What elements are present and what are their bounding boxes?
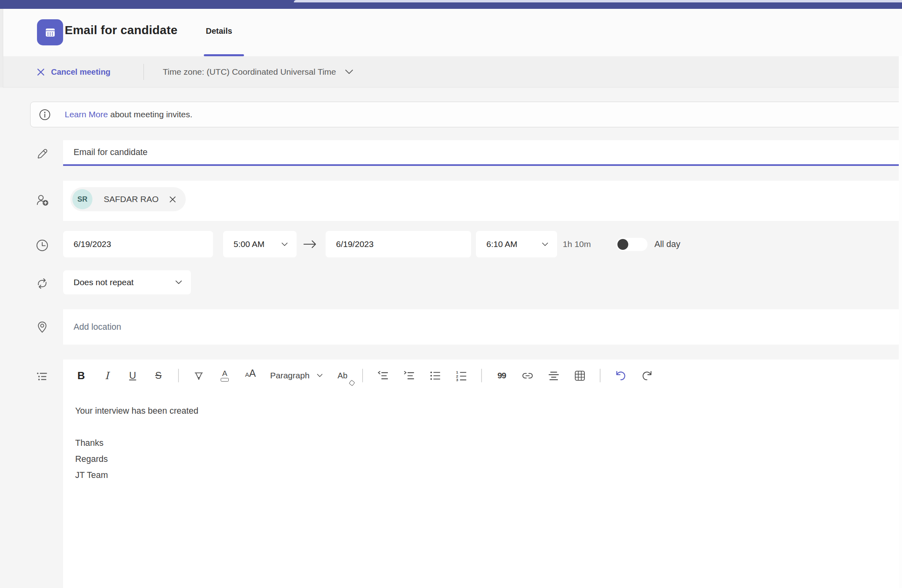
cancel-meeting-label: Cancel meeting: [51, 67, 111, 77]
font-color-button[interactable]: A: [219, 368, 231, 384]
body-line: Your interview has been created: [75, 403, 902, 419]
repeat-value: Does not repeat: [74, 278, 133, 287]
banner-rest-text: about meeting invites.: [108, 110, 192, 119]
bullet-list-button[interactable]: [429, 368, 441, 384]
cancel-meeting-button[interactable]: Cancel meeting: [37, 56, 111, 88]
chevron-down-icon: [317, 374, 323, 378]
clear-formatting-glyph: Ab: [338, 371, 347, 380]
info-icon: [39, 108, 51, 121]
body-line: Thanks: [75, 435, 902, 451]
body-line: JT Team: [75, 467, 902, 483]
svg-text:3: 3: [456, 377, 459, 382]
numbered-list-button[interactable]: 1 2 3: [455, 368, 467, 384]
eraser-glyph: [349, 380, 355, 386]
horizontal-rule-button[interactable]: [547, 368, 560, 384]
location-input[interactable]: [63, 309, 902, 345]
meeting-title-input[interactable]: [63, 140, 902, 164]
paragraph-style-select[interactable]: Paragraph: [270, 368, 323, 384]
toolbar-divider: [600, 369, 601, 382]
banner-text: Learn More about meeting invites.: [65, 110, 193, 119]
calendar-glyph: [43, 25, 58, 40]
font-size-small-glyph: A: [245, 371, 249, 378]
start-time-value: 5:00 AM: [234, 239, 264, 249]
strikethrough-button[interactable]: S: [152, 368, 164, 384]
underline-button[interactable]: U: [127, 368, 139, 384]
all-day-label: All day: [654, 231, 681, 257]
undo-button[interactable]: [614, 368, 627, 384]
duration-label: 1h 10m: [563, 231, 591, 257]
body-line: Regards: [75, 451, 902, 467]
meeting-action-bar: Cancel meeting Time zone: (UTC) Coordina…: [0, 56, 902, 88]
attendee-chip[interactable]: SR SAFDAR RAO: [70, 187, 186, 211]
insert-table-button[interactable]: [574, 368, 586, 384]
format-toolbar: B I U S A A A Paragraph: [75, 364, 902, 387]
toolbar-divider: [362, 369, 363, 382]
bold-button[interactable]: B: [75, 368, 87, 384]
chevron-down-icon: [542, 242, 548, 247]
toggle-knob: [617, 239, 628, 250]
meeting-form: Learn More about meeting invites.: [0, 88, 902, 588]
insert-link-button[interactable]: [521, 368, 534, 384]
edit-pencil-icon: [35, 147, 49, 161]
description-body[interactable]: Your interview has been created Thanks R…: [75, 403, 902, 483]
teams-title-bar: [0, 0, 902, 9]
clear-formatting-button[interactable]: Ab: [336, 368, 348, 384]
action-bar-divider: [144, 64, 144, 80]
close-icon: [169, 196, 176, 203]
chevron-down-icon: [281, 242, 288, 247]
end-date-input[interactable]: 6/19/2023: [326, 231, 471, 257]
toolbar-divider: [178, 369, 179, 382]
font-color-glyph: A: [222, 370, 228, 377]
italic-button[interactable]: I: [101, 368, 113, 384]
toolbar-divider: [481, 369, 482, 382]
all-day-toggle[interactable]: [616, 238, 648, 251]
end-time-select[interactable]: 6:10 AM: [476, 231, 557, 257]
attendee-avatar: SR: [72, 189, 92, 209]
search-bar-edge: [294, 0, 902, 2]
window-right-edge: [899, 56, 902, 588]
blockquote-button[interactable]: 99: [496, 368, 508, 384]
indent-button[interactable]: [403, 368, 415, 384]
add-attendee-icon: [35, 193, 49, 207]
redo-button[interactable]: [641, 368, 654, 384]
font-color-bar: [221, 378, 229, 382]
meeting-header: Email for candidate Details: [0, 9, 902, 56]
meeting-invite-banner: Learn More about meeting invites.: [30, 102, 902, 127]
clock-icon: [35, 239, 49, 252]
chevron-down-icon: [175, 280, 182, 285]
start-time-select[interactable]: 5:00 AM: [223, 231, 297, 257]
font-size-large-glyph: A: [249, 368, 256, 379]
remove-attendee-button[interactable]: [169, 196, 176, 203]
attendees-field[interactable]: SR SAFDAR RAO: [63, 181, 902, 221]
paragraph-style-value: Paragraph: [270, 371, 310, 380]
timezone-selector[interactable]: Time zone: (UTC) Coordinated Universal T…: [163, 56, 353, 88]
end-time-value: 6:10 AM: [486, 239, 517, 249]
agenda-list-icon: [35, 370, 49, 383]
tab-details[interactable]: Details: [206, 27, 232, 36]
dismiss-icon: [37, 68, 45, 76]
page-title: Email for candidate: [65, 23, 178, 37]
attendee-name: SAFDAR RAO: [104, 194, 159, 204]
start-date-input[interactable]: 6/19/2023: [63, 231, 213, 257]
font-size-button[interactable]: A A: [244, 368, 256, 384]
meeting-title-field: [63, 140, 902, 166]
calendar-app-icon: [37, 19, 63, 45]
chevron-down-icon: [345, 69, 353, 75]
repeat-icon: [35, 277, 49, 290]
repeat-select[interactable]: Does not repeat: [63, 270, 191, 294]
date-range-arrow-icon: [302, 231, 318, 257]
location-field: [63, 309, 902, 345]
learn-more-link[interactable]: Learn More: [65, 110, 108, 119]
timezone-label: Time zone: (UTC) Coordinated Universal T…: [163, 67, 336, 77]
location-pin-icon: [35, 320, 49, 334]
highlight-button[interactable]: [193, 368, 205, 384]
description-editor[interactable]: B I U S A A A Paragraph: [63, 359, 902, 588]
outdent-button[interactable]: [377, 368, 389, 384]
body-line: [75, 419, 902, 435]
